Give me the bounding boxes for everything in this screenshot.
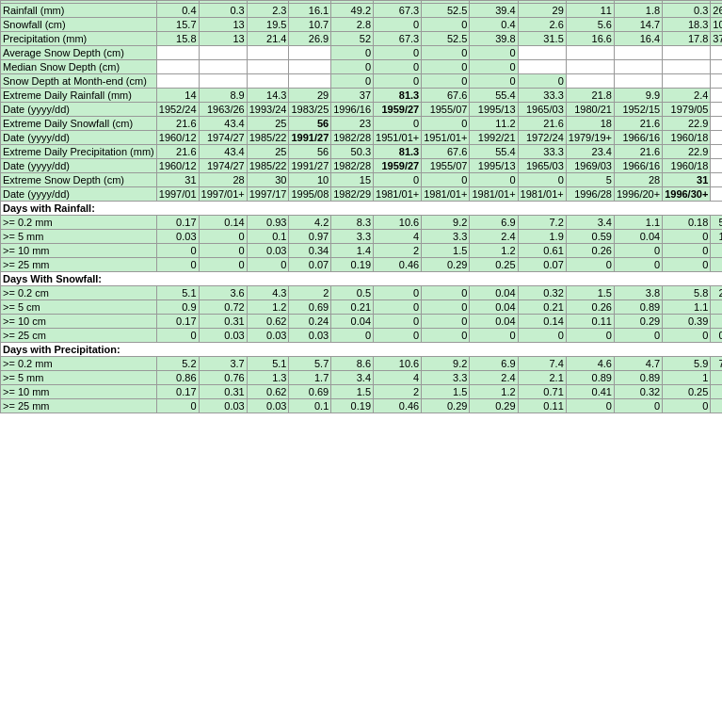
cell <box>247 46 289 60</box>
cell: 31 <box>663 173 711 187</box>
cell: 5.1 <box>156 286 199 300</box>
cell: 25 <box>247 145 289 159</box>
cell: 0.09 <box>711 329 722 343</box>
cell: 0.03 <box>247 399 289 413</box>
row-label: >= 5 mm <box>1 230 157 244</box>
cell: 0.17 <box>156 385 199 399</box>
cell: 55.4 <box>470 145 518 159</box>
row-label: >= 25 mm <box>1 399 157 413</box>
cell: 0.62 <box>247 385 289 399</box>
cell: 1952/15 <box>614 103 662 117</box>
cell: 1981/01+ <box>470 187 518 202</box>
cell: 18.3 <box>663 18 711 32</box>
cell: 5.7 <box>289 357 331 371</box>
cell: 6.3 <box>711 300 722 315</box>
cell: 1.1 <box>663 300 711 315</box>
cell <box>518 60 566 74</box>
cell: 0 <box>422 300 470 315</box>
cell: 14 <box>156 89 199 103</box>
cell: 0 <box>422 315 470 329</box>
cell: 0 <box>422 46 470 60</box>
cell: 1996/30+ <box>663 187 711 202</box>
cell: 3.4 <box>566 216 614 230</box>
cell: 0 <box>156 399 199 413</box>
cell <box>711 60 722 74</box>
cell: 0.03 <box>156 230 199 244</box>
cell: 0 <box>374 117 422 131</box>
cell: 0.9 <box>156 300 199 315</box>
cell: 3.8 <box>614 286 662 300</box>
cell: 0.62 <box>247 315 289 329</box>
cell: 1.7 <box>289 371 331 385</box>
cell: 0.11 <box>518 399 566 413</box>
cell: 0.69 <box>289 300 331 315</box>
cell: 52.2 <box>711 216 722 230</box>
cell: 0.04 <box>331 315 374 329</box>
cell: 1996/28 <box>566 187 614 202</box>
cell: 1.5 <box>331 385 374 399</box>
cell <box>711 145 722 159</box>
cell: 1982/28 <box>331 131 374 145</box>
cell: 39.8 <box>470 32 518 46</box>
cell: 0.29 <box>422 258 470 272</box>
cell: 0.72 <box>199 300 247 315</box>
cell: 26.9 <box>711 286 722 300</box>
cell: 0 <box>663 244 711 258</box>
row-label: Extreme Daily Snowfall (cm) <box>1 117 157 131</box>
cell: 1974/27 <box>199 131 247 145</box>
row-label: Snowfall (cm) <box>1 18 157 32</box>
cell: 1981/01+ <box>374 187 422 202</box>
cell: 0.04 <box>614 230 662 244</box>
cell: 1993/24 <box>247 103 289 117</box>
row-label: >= 10 mm <box>1 385 157 399</box>
cell: 29 <box>518 4 566 18</box>
cell <box>711 131 722 145</box>
cell: 13 <box>199 32 247 46</box>
row-label: Snow Depth at Month-end (cm) <box>1 74 157 89</box>
row-label: Date (yyyy/dd) <box>1 187 157 202</box>
row-label: >= 5 mm <box>1 371 157 385</box>
cell <box>711 103 722 117</box>
cell: 1960/12 <box>156 131 199 145</box>
cell <box>663 46 711 60</box>
cell: 17.8 <box>663 32 711 46</box>
cell: 67.6 <box>422 145 470 159</box>
cell <box>247 74 289 89</box>
cell: 0 <box>663 329 711 343</box>
cell: 1.8 <box>614 4 662 18</box>
cell: 0 <box>374 60 422 74</box>
cell: 8.6 <box>331 357 374 371</box>
cell: 0 <box>422 117 470 131</box>
cell: 0.69 <box>289 385 331 399</box>
cell: 0.04 <box>470 300 518 315</box>
cell: 2.4 <box>470 230 518 244</box>
cell: 67.6 <box>422 89 470 103</box>
cell: 29 <box>289 89 331 103</box>
cell: 5.2 <box>156 357 199 371</box>
section-header: Days with Rainfall: <box>1 202 723 216</box>
row-label: >= 25 cm <box>1 329 157 343</box>
cell: 0.5 <box>331 286 374 300</box>
cell: 0.03 <box>199 329 247 343</box>
cell: 9.9 <box>614 89 662 103</box>
cell: 0 <box>331 74 374 89</box>
cell <box>247 60 289 74</box>
row-label: Extreme Daily Precipitation (mm) <box>1 145 157 159</box>
cell: 0 <box>663 258 711 272</box>
cell: 21.4 <box>247 32 289 46</box>
cell <box>566 60 614 74</box>
cell: 0 <box>331 46 374 60</box>
cell: 0.07 <box>518 258 566 272</box>
cell: 21.6 <box>614 145 662 159</box>
cell: 0 <box>422 74 470 89</box>
cell: 2.4 <box>663 89 711 103</box>
cell <box>289 74 331 89</box>
cell: 1995/13 <box>470 103 518 117</box>
cell: 3.3 <box>331 230 374 244</box>
cell: 2.8 <box>331 18 374 32</box>
cell: 4 <box>374 371 422 385</box>
cell: 1995/13 <box>470 159 518 173</box>
cell: 0.4 <box>470 18 518 32</box>
cell: 1997/17 <box>247 187 289 202</box>
cell: 28 <box>614 173 662 187</box>
